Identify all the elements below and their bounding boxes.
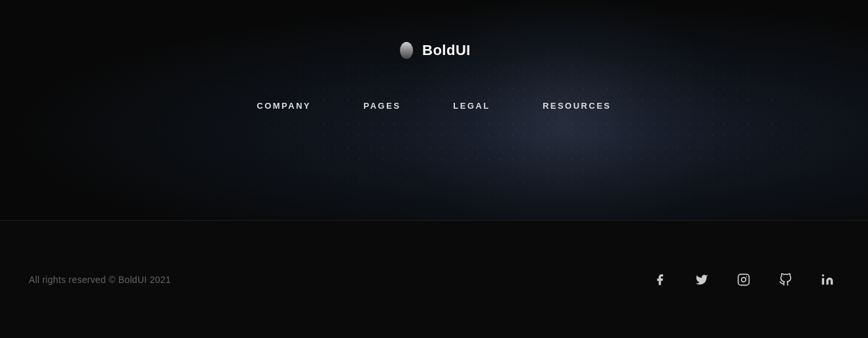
social-icons — [648, 268, 839, 291]
svg-point-0 — [400, 42, 413, 59]
nav-item-legal[interactable]: LEGAL — [453, 101, 490, 111]
svg-rect-3 — [822, 278, 824, 284]
brand-name: BoldUI — [422, 42, 471, 59]
svg-rect-1 — [738, 274, 750, 285]
facebook-icon[interactable] — [648, 268, 672, 291]
nav-item-resources[interactable]: RESOURCES — [543, 101, 611, 111]
nav-item-company[interactable]: COMPANY — [257, 101, 311, 111]
linkedin-icon[interactable] — [816, 268, 839, 291]
twitter-icon[interactable] — [690, 268, 714, 291]
logo-area: BoldUI — [397, 39, 471, 62]
svg-point-4 — [822, 274, 824, 276]
nav-item-pages[interactable]: PAGES — [363, 101, 401, 111]
instagram-icon[interactable] — [732, 268, 755, 291]
footer-section: All rights reserved © BoldUI 2021 — [0, 221, 868, 338]
copyright-text: All rights reserved © BoldUI 2021 — [29, 274, 171, 285]
nav-links: COMPANY PAGES LEGAL RESOURCES — [257, 101, 611, 111]
bolt-icon — [397, 39, 416, 62]
page-wrapper: BoldUI COMPANY PAGES LEGAL RESOURCES All… — [0, 0, 868, 338]
main-section: BoldUI COMPANY PAGES LEGAL RESOURCES — [0, 0, 868, 220]
github-icon[interactable] — [774, 268, 797, 291]
